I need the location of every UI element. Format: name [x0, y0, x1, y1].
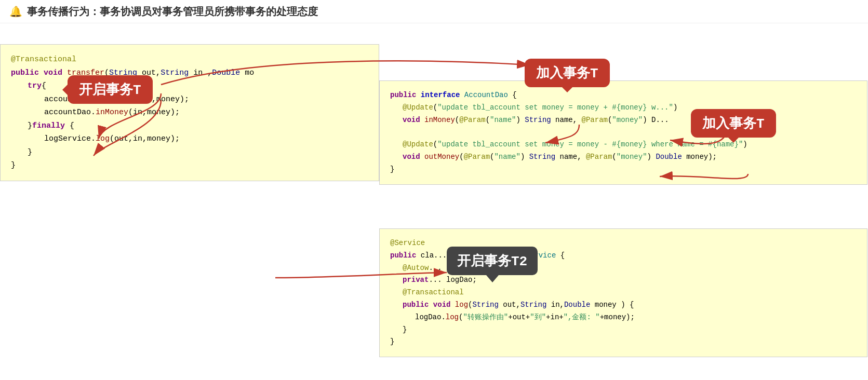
- code-line: accountDao.inMoney(in,money);: [11, 106, 368, 119]
- code-line: public void transfer(String out,String i…: [11, 66, 368, 80]
- code-line: @Transactional: [11, 53, 368, 66]
- code-line: @Update("update tbl_account set money = …: [390, 139, 857, 151]
- code-line: }: [11, 146, 368, 159]
- code-line: @Transactional: [390, 287, 857, 299]
- tooltip-jiaru2: 加入事务T: [691, 109, 776, 138]
- main-content: @Transactional public void transfer(Stri…: [0, 23, 868, 377]
- tooltip-jiaru1: 加入事务T: [525, 59, 610, 87]
- tooltip-kaiqiT2: 开启事务T2: [447, 247, 538, 275]
- code-line: logService.log(out,in,money);: [11, 132, 368, 146]
- code-line: public interface AccountDao {: [390, 89, 857, 102]
- page-header: 🔔 事务传播行为：事务协调员对事务管理员所携带事务的处理态度: [0, 0, 868, 23]
- header-icon: 🔔: [8, 4, 23, 19]
- code-line: void inMoney(@Param("name") String name,…: [390, 114, 857, 127]
- code-line: }finally {: [11, 119, 368, 133]
- code-line: [390, 126, 857, 139]
- tooltip-kaiqiT: 开启事务T: [68, 75, 153, 104]
- code-line: @Update("update tbl_account set money = …: [390, 102, 857, 114]
- page-title: 事务传播行为：事务协调员对事务管理员所携带事务的处理态度: [27, 5, 318, 19]
- code-line: }: [11, 159, 368, 172]
- code-line: }: [390, 324, 857, 336]
- code-line: logDao.log("转账操作由"+out+"到"+in+",金额: "+mo…: [390, 311, 857, 324]
- code-block-right-top: public interface AccountDao { @Update("u…: [379, 80, 867, 185]
- code-block-left: @Transactional public void transfer(Stri…: [0, 44, 379, 181]
- code-line: void outMoney(@Param("name") String name…: [390, 151, 857, 164]
- code-line: privat... logDao;: [390, 274, 857, 287]
- code-line: public void log(String out,String in,Dou…: [390, 299, 857, 311]
- code-line: }: [390, 336, 857, 348]
- code-line: }: [390, 164, 857, 176]
